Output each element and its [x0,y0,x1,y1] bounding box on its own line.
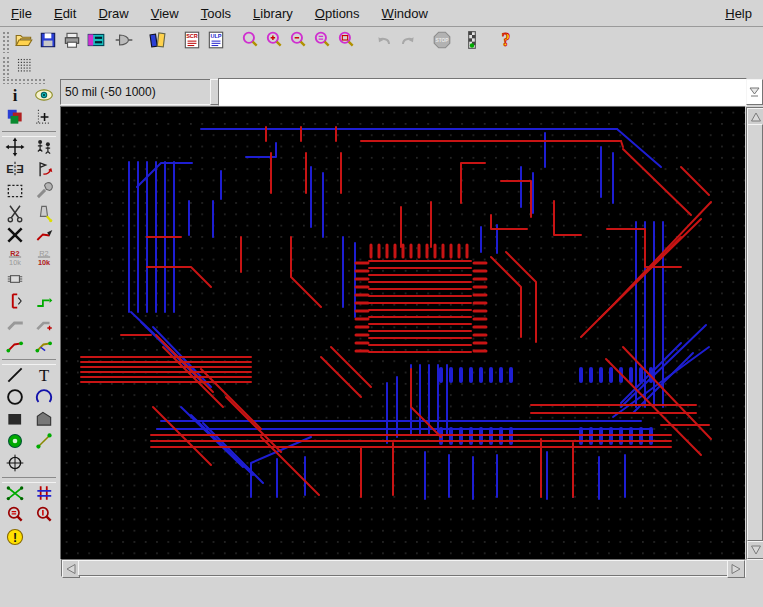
menu-item-view[interactable]: View [140,3,190,24]
errors-tool[interactable]: ! [0,528,29,550]
change-tool[interactable] [29,182,58,204]
signal-icon [34,431,54,455]
delete-tool[interactable] [0,226,29,248]
group-icon [5,181,25,205]
print-icon [62,30,82,54]
auto-tool[interactable] [29,484,58,506]
copy-tool[interactable] [29,138,58,160]
svg-text:R2: R2 [10,249,19,258]
menu-item-edit[interactable]: Edit [43,3,87,24]
zoom-in-button[interactable] [262,30,286,54]
ripup-tool[interactable] [29,226,58,248]
text-tool[interactable]: T [29,366,58,388]
print-button[interactable] [60,30,84,54]
wire-tool[interactable] [0,366,29,388]
undo-icon [374,30,394,54]
scroll-down-button[interactable] [747,541,763,559]
menu-item-help[interactable]: Help [714,3,763,24]
signal-tool[interactable] [29,432,58,454]
vertical-scroll-thumb[interactable] [747,124,763,541]
name-tool[interactable]: R210k [0,248,29,270]
move-icon [5,137,25,161]
route-tool[interactable] [0,314,29,336]
zoom-redraw-button[interactable] [310,30,334,54]
ratsnest-icon [5,483,25,507]
via-tool[interactable] [0,432,29,454]
group-tool[interactable] [0,182,29,204]
toolbar-drag-handle[interactable] [2,31,9,53]
horizontal-scrollbar[interactable] [61,559,746,577]
vertical-scrollbar[interactable] [746,107,763,560]
rect-icon [5,409,25,433]
menu-item-options[interactable]: Options [304,3,371,24]
pcb-canvas[interactable] [60,106,745,559]
text-icon: T [34,365,54,389]
value-tool[interactable]: R210k [29,248,58,270]
via-icon [5,431,25,455]
menu-item-draw[interactable]: Draw [87,3,139,24]
menu-item-library[interactable]: Library [242,3,304,24]
zoom-out-button[interactable] [286,30,310,54]
cam-button[interactable] [84,30,108,54]
save-button[interactable] [36,30,60,54]
scroll-right-button[interactable] [727,560,745,578]
zoom-fit-button[interactable] [238,30,262,54]
menu-item-window[interactable]: Window [371,3,439,24]
smash-icon [5,269,25,293]
zoom-select-button[interactable] [334,30,358,54]
erc-tool[interactable] [29,506,58,528]
grid-button[interactable] [12,55,36,79]
move-tool[interactable] [0,138,29,160]
polygon-tool[interactable] [29,410,58,432]
redo-icon [398,30,418,54]
svg-text:i: i [12,86,17,105]
palette-drag-handle[interactable] [2,78,46,84]
traffic-button[interactable] [460,30,484,54]
paste-tool[interactable] [29,204,58,226]
circle-tool[interactable] [0,388,29,410]
menu-item-file[interactable]: File [0,3,43,24]
mark-tool[interactable] [29,108,58,130]
split-tool[interactable] [0,292,29,314]
arc-tool[interactable] [29,388,58,410]
ratsnest-tool[interactable] [0,484,29,506]
command-input[interactable] [219,79,748,103]
auto-icon [34,483,54,507]
svg-text:?: ? [502,30,511,50]
ulp-button[interactable]: ULP [204,30,228,54]
command-dropdown-button[interactable] [746,79,763,105]
cut-icon [5,203,25,227]
menu-item-tools[interactable]: Tools [190,3,242,24]
bend-a-tool[interactable] [0,336,29,358]
arrow-down-icon [751,545,761,555]
optimize-tool[interactable] [29,292,58,314]
board-button[interactable] [112,30,136,54]
show-tool[interactable] [29,86,58,108]
mirror-tool[interactable]: EE [0,160,29,182]
ulp-icon: ULP [206,30,226,54]
split-icon [5,291,25,315]
smash-tool[interactable] [0,270,29,292]
info-tool[interactable]: i [0,86,29,108]
bend-b-tool[interactable] [29,336,58,358]
open-button[interactable] [12,30,36,54]
cut-tool[interactable] [0,204,29,226]
miter-tool[interactable] [29,314,58,336]
rect-tool[interactable] [0,410,29,432]
scr-button[interactable]: SCR [180,30,204,54]
paste-icon [34,203,54,227]
drc-tool[interactable] [0,506,29,528]
bend-b-icon [34,335,54,359]
palette-empty-cell [29,528,58,550]
cam-icon [86,30,106,54]
hole-tool[interactable] [0,454,29,476]
bend-a-icon [5,335,25,359]
horizontal-scroll-thumb[interactable] [78,560,728,576]
library-button[interactable] [146,30,170,54]
toolbar-drag-handle[interactable] [2,56,9,78]
help-button[interactable]: ? [494,30,518,54]
traffic-icon [462,30,482,54]
scr-icon: SCR [182,30,202,54]
rotate-tool[interactable] [29,160,58,182]
display-tool[interactable] [0,108,29,130]
